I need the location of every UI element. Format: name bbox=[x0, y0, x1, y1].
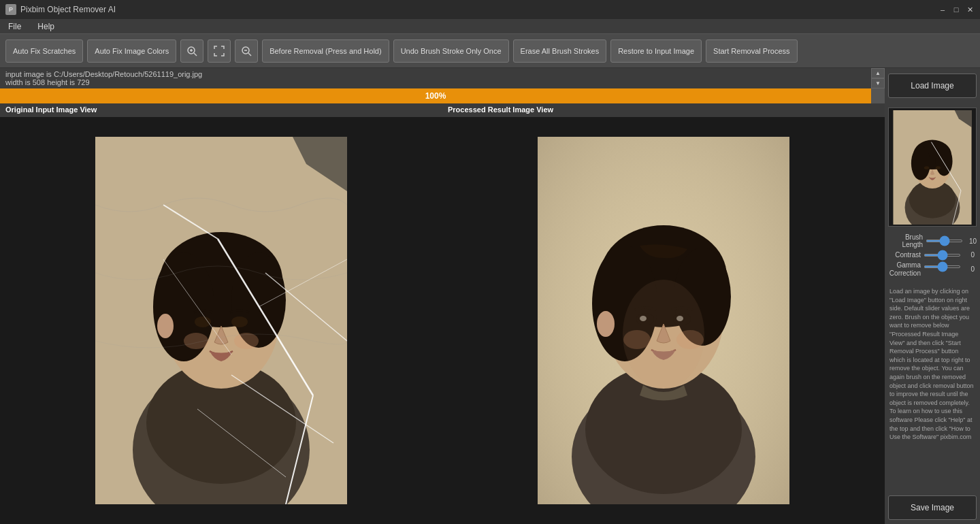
svg-point-46 bbox=[597, 311, 615, 337]
progress-bar: 100% bbox=[0, 88, 871, 103]
svg-line-5 bbox=[248, 53, 251, 56]
erase-all-button[interactable]: Erase All Brush Strokes bbox=[513, 39, 607, 63]
gamma-slider[interactable] bbox=[924, 265, 961, 268]
sliders-section: Brush Length 10 Contrast 0 Gamma Correct… bbox=[888, 231, 977, 280]
contrast-slider[interactable] bbox=[924, 254, 961, 257]
right-sidebar: Brush Length 10 Contrast 0 Gamma Correct… bbox=[885, 103, 980, 524]
fullscreen-button[interactable] bbox=[208, 39, 231, 63]
svg-point-56 bbox=[924, 166, 929, 169]
info-line1: input image is C:/Users/Desktop/Retouch/… bbox=[5, 70, 866, 78]
svg-point-47 bbox=[623, 280, 704, 389]
help-text: Load an image by clicking on "Load Image… bbox=[888, 284, 977, 444]
processed-image bbox=[538, 137, 789, 504]
gamma-value: 0 bbox=[964, 265, 975, 273]
app-icon: P bbox=[5, 4, 16, 15]
brush-length-label: Brush Length bbox=[888, 233, 923, 248]
contrast-label: Contrast bbox=[888, 251, 921, 259]
auto-fix-scratches-button[interactable]: Auto Fix Scratches bbox=[5, 39, 83, 63]
progress-row: 100% bbox=[0, 88, 885, 103]
thumbnail-container bbox=[888, 108, 977, 227]
brush-length-slider[interactable] bbox=[926, 240, 963, 242]
processed-image-view[interactable] bbox=[442, 117, 885, 524]
original-image bbox=[95, 137, 347, 504]
processed-label: Processed Result Image View bbox=[442, 103, 885, 117]
zoom-in-button[interactable] bbox=[180, 39, 203, 63]
svg-point-57 bbox=[936, 166, 941, 169]
svg-point-17 bbox=[195, 316, 211, 327]
close-button[interactable]: ✕ bbox=[965, 5, 975, 14]
original-label: Original Input Image View bbox=[0, 103, 442, 117]
title-bar: P Pixbim Object Remover AI – □ ✕ bbox=[0, 0, 980, 19]
app-title: Pixbim Object Remover AI bbox=[20, 5, 116, 14]
menu-help[interactable]: Help bbox=[33, 20, 59, 33]
before-removal-button[interactable]: Before Removal (Press and Hold) bbox=[262, 39, 389, 63]
load-image-button[interactable]: Load Image bbox=[888, 73, 977, 98]
auto-fix-colors-button[interactable]: Auto Fix Image Colors bbox=[87, 39, 176, 63]
svg-point-54 bbox=[911, 146, 930, 180]
restore-input-button[interactable]: Restore to Input Image bbox=[610, 39, 702, 63]
brush-length-row: Brush Length 10 bbox=[888, 233, 977, 248]
thumbnail-image bbox=[889, 110, 976, 225]
svg-point-21 bbox=[157, 314, 174, 338]
info-row: input image is C:/Users/Desktop/Retouch/… bbox=[0, 68, 885, 88]
scroll-down-arrow[interactable]: ▼ bbox=[871, 78, 885, 88]
main-area: Original Input Image View Processed Resu… bbox=[0, 103, 980, 524]
svg-line-1 bbox=[194, 53, 197, 56]
save-image-button[interactable]: Save Image bbox=[888, 495, 977, 520]
svg-point-55 bbox=[936, 146, 953, 176]
progress-label: 100% bbox=[425, 91, 446, 101]
brush-length-value: 10 bbox=[966, 238, 977, 245]
info-line2: width is 508 height is 729 bbox=[5, 78, 866, 86]
scroll-up-arrow[interactable]: ▲ bbox=[871, 68, 885, 78]
gamma-label: Gamma Correction bbox=[888, 261, 921, 278]
gamma-row: Gamma Correction 0 bbox=[888, 261, 977, 278]
zoom-out-button[interactable] bbox=[235, 39, 258, 63]
menu-file[interactable]: File bbox=[4, 20, 25, 33]
contrast-row: Contrast 0 bbox=[888, 251, 977, 259]
title-left: P Pixbim Object Remover AI bbox=[5, 4, 116, 15]
start-removal-button[interactable]: Start Removal Process bbox=[706, 39, 797, 63]
toolbar: Auto Fix Scratches Auto Fix Image Colors… bbox=[0, 34, 980, 68]
maximize-button[interactable]: □ bbox=[951, 5, 961, 14]
svg-point-18 bbox=[231, 316, 248, 327]
images-container bbox=[0, 117, 885, 524]
image-labels: Original Input Image View Processed Resu… bbox=[0, 103, 885, 117]
title-controls: – □ ✕ bbox=[938, 5, 975, 14]
svg-point-16 bbox=[231, 252, 286, 348]
original-image-view bbox=[0, 117, 442, 524]
minimize-button[interactable]: – bbox=[938, 5, 947, 14]
image-panel: Original Input Image View Processed Resu… bbox=[0, 103, 885, 524]
menu-bar: File Help bbox=[0, 19, 980, 34]
file-info: input image is C:/Users/Desktop/Retouch/… bbox=[5, 70, 866, 86]
contrast-value: 0 bbox=[964, 251, 975, 259]
undo-brush-button[interactable]: Undo Brush Stroke Only Once bbox=[393, 39, 509, 63]
